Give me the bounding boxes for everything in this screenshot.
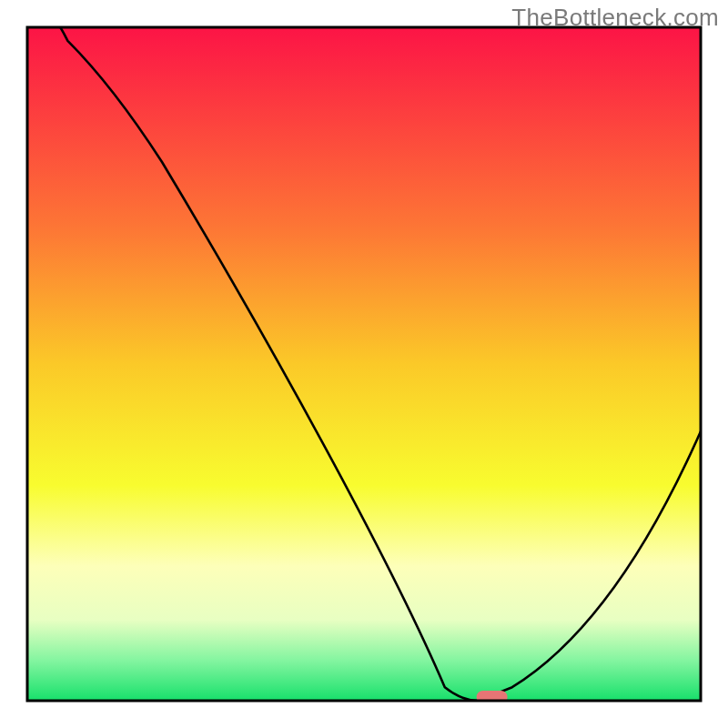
chart-container: TheBottleneck.com xyxy=(0,0,728,728)
watermark-text: TheBottleneck.com xyxy=(511,4,719,32)
chart-svg xyxy=(0,0,728,728)
plot-background xyxy=(27,27,701,701)
